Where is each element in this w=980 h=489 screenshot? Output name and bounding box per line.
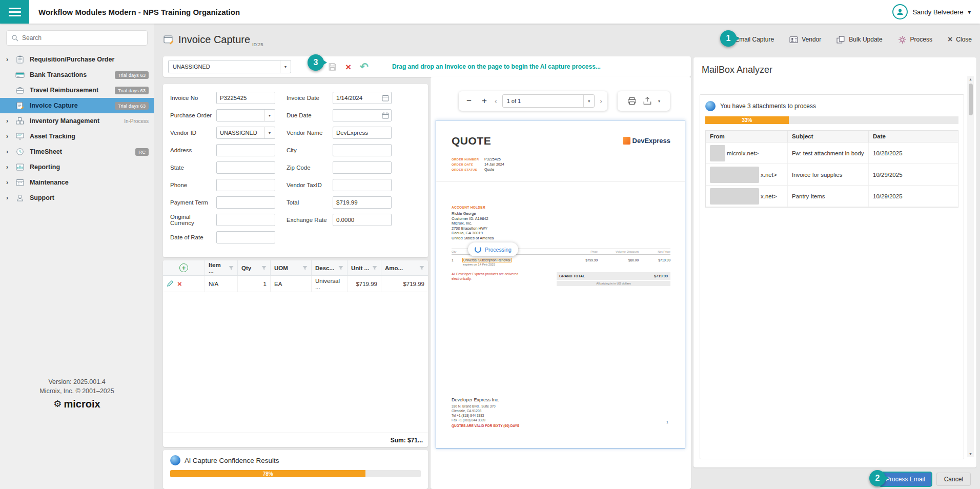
- column-header: Qty: [241, 265, 251, 271]
- timesheet-icon: [14, 147, 26, 156]
- scrollbar-thumb[interactable]: [969, 84, 973, 115]
- filter-icon[interactable]: [229, 266, 234, 271]
- filter-icon[interactable]: [338, 266, 343, 271]
- filter-icon[interactable]: [419, 266, 424, 271]
- save-icon[interactable]: [328, 63, 337, 71]
- column-header: Amo...: [385, 265, 403, 271]
- date-of-rate-input[interactable]: [216, 231, 275, 243]
- undo-icon[interactable]: ↶: [360, 62, 369, 72]
- mailbox-row[interactable]: microix.net> Fw: test attachment in body…: [706, 142, 958, 164]
- hamburger-menu-icon[interactable]: [0, 0, 29, 24]
- city-input[interactable]: [333, 144, 392, 156]
- payment-term-input[interactable]: [216, 196, 275, 209]
- prev-page-icon[interactable]: ‹: [495, 97, 497, 105]
- sidebar-item-maintenance[interactable]: › Maintenance: [0, 175, 154, 190]
- purchase-order-select[interactable]: ▾: [216, 109, 275, 121]
- invoice-form-panel: Invoice No Purchase Order ▾ Vendor ID UN…: [163, 84, 428, 257]
- field-label: Purchase Order: [170, 112, 216, 118]
- scrollbar[interactable]: ▲ ▼: [967, 76, 974, 457]
- invoice-icon: [14, 101, 26, 110]
- vendor-name-input[interactable]: [333, 127, 392, 139]
- close-icon: ×: [948, 35, 952, 44]
- sidebar-item-requisition-purchase-order[interactable]: › Requisition/Purchase Order: [0, 52, 154, 67]
- sidebar-item-inventory-management[interactable]: › Inventory Management In-Process: [0, 113, 154, 129]
- vendor-button[interactable]: Vendor: [789, 36, 821, 44]
- trial-badge: Trial days 63: [115, 87, 149, 94]
- sidebar-search[interactable]: [6, 30, 148, 46]
- sidebar-item-label: Asset Tracking: [30, 133, 149, 140]
- page-toolbar: Email Capture Vendor Bulk Update Process…: [723, 35, 972, 44]
- cancel-button[interactable]: Cancel: [936, 473, 971, 486]
- sidebar-item-bank-transactions[interactable]: Bank Transactions Trial days 63: [0, 67, 154, 83]
- process-button[interactable]: Process: [898, 35, 932, 44]
- zoom-in-icon[interactable]: +: [479, 96, 489, 106]
- zoom-out-icon[interactable]: −: [464, 96, 474, 106]
- address-input[interactable]: [216, 144, 275, 156]
- delete-row-icon[interactable]: ×: [177, 280, 182, 288]
- mailbox-progress-fill: 33%: [705, 116, 789, 124]
- add-row-icon[interactable]: +: [179, 263, 188, 272]
- vendor-taxid-input[interactable]: [333, 179, 392, 191]
- user-menu[interactable]: Sandy Belvedere ▾: [892, 4, 971, 19]
- sidebar-item-timesheet[interactable]: › TimeSheet RC: [0, 144, 154, 159]
- sidebar-item-reporting[interactable]: › Reporting: [0, 159, 154, 175]
- reporting-icon: [14, 162, 26, 172]
- sidebar-item-travel-reimbursement[interactable]: Travel Reimbursement Trial days 63: [0, 83, 154, 98]
- next-page-icon[interactable]: ›: [600, 97, 602, 105]
- original-currency-input[interactable]: [216, 214, 275, 226]
- delivery-note: All Developer Express products are deliv…: [452, 272, 528, 281]
- sidebar-item-invoice-capture[interactable]: Invoice Capture Trial days 63: [0, 98, 154, 113]
- field-label: Invoice No: [170, 95, 216, 101]
- invoice-no-input[interactable]: [216, 92, 275, 104]
- requisition-icon: [14, 55, 26, 64]
- field-label: Original Currency: [170, 214, 216, 226]
- sidebar-item-asset-tracking[interactable]: › Asset Tracking: [0, 129, 154, 144]
- mailbox-row[interactable]: x.net> Pantry Items 10/29/2025: [706, 186, 958, 207]
- close-button[interactable]: × Close: [948, 35, 972, 44]
- vendor-id-select[interactable]: UNASSIGNED▾: [216, 127, 275, 139]
- devexpress-mark-icon: [623, 137, 630, 145]
- doc-title: QUOTE: [452, 135, 491, 147]
- processing-indicator: Processing: [468, 242, 518, 256]
- scroll-down-icon[interactable]: ▼: [967, 451, 974, 457]
- quote-document[interactable]: QUOTE DevExpress ORDER NUMBERP3225425 OR…: [436, 120, 685, 449]
- zip-code-input[interactable]: [333, 161, 392, 174]
- sidebar-footer: Version: 2025.001.4 Microix, Inc. © 2001…: [0, 377, 154, 409]
- doc-footer: Developer Express Inc. 330 N. Brand Blvd…: [452, 397, 519, 427]
- mailbox-progressbar: 33%: [705, 116, 958, 124]
- mailbox-row[interactable]: x.net> Invoice for supplies 10/29/2025: [706, 164, 958, 186]
- sidebar-item-support[interactable]: › Support: [0, 190, 154, 206]
- app-header: Workflow Modules Modern - NPS Training O…: [0, 0, 980, 24]
- search-input[interactable]: [22, 34, 142, 42]
- edit-row-icon[interactable]: [167, 280, 173, 287]
- state-input[interactable]: [216, 161, 275, 174]
- capture-control-bar: UNASSIGNED ▾ × ↶ Drag and drop an Invoic…: [163, 56, 691, 77]
- column-header: Desc...: [315, 265, 334, 271]
- print-icon[interactable]: [627, 97, 637, 105]
- status-dropdown[interactable]: UNASSIGNED ▾: [168, 60, 291, 73]
- calendar-icon[interactable]: [382, 112, 389, 119]
- scroll-up-icon[interactable]: ▲: [967, 76, 974, 83]
- grid-data-row[interactable]: × N/A 1 EA Universal ... $719.99 $719.99: [163, 276, 428, 292]
- page-select[interactable]: 1 of 1 ▾: [502, 94, 595, 108]
- total-input[interactable]: [333, 196, 392, 209]
- export-icon[interactable]: [643, 97, 652, 105]
- ai-confidence-panel: Ai Capture Confidence Results 78%: [163, 450, 428, 489]
- chevron-down-icon[interactable]: ▾: [658, 99, 660, 104]
- sidebar-item-label: Reporting: [30, 164, 149, 171]
- sidebar-item-label: TimeSheet: [30, 148, 132, 155]
- filter-icon[interactable]: [372, 266, 377, 271]
- bulk-update-button[interactable]: Bulk Update: [836, 36, 882, 44]
- validity-note: QUOTES ARE VALID FOR SIXTY (60) DAYS: [452, 424, 519, 427]
- microix-logo: ⚙microix: [0, 399, 154, 409]
- logo-gear-icon: ⚙: [53, 399, 62, 409]
- phone-input[interactable]: [216, 179, 275, 191]
- exchange-rate-input[interactable]: [333, 214, 392, 226]
- redacted-sender: [710, 145, 725, 161]
- delete-icon[interactable]: ×: [345, 62, 351, 72]
- calendar-icon[interactable]: [382, 94, 389, 101]
- filter-icon[interactable]: [302, 266, 308, 271]
- filter-icon[interactable]: [261, 266, 267, 271]
- asset-icon: [14, 132, 26, 141]
- chevron-right-icon: ›: [4, 194, 10, 201]
